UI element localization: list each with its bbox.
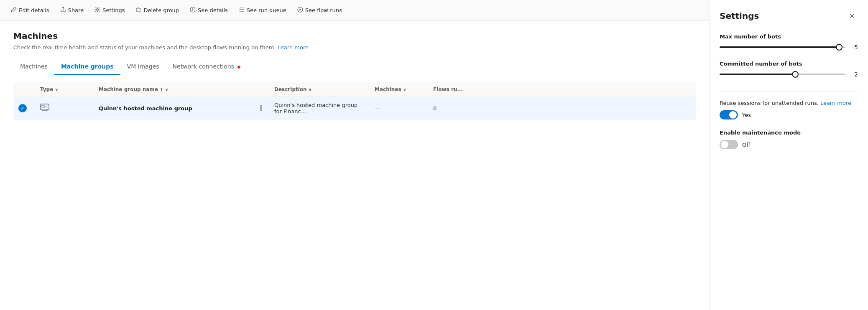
row-name-cell[interactable]: Quinn's hosted machine group <box>94 100 253 117</box>
see-run-queue-button[interactable]: See run queue <box>235 4 291 16</box>
committed-bots-fill <box>720 74 795 75</box>
edit-details-label: Edit details <box>19 7 49 13</box>
delete-group-label: Delete group <box>143 7 179 13</box>
committed-bots-thumb[interactable] <box>792 71 799 78</box>
max-bots-value: 5 <box>850 44 858 51</box>
tab-machines[interactable]: Machines <box>13 59 54 75</box>
committed-bots-track[interactable] <box>720 74 845 75</box>
page-subtitle: Check the real-time health and status of… <box>13 44 696 51</box>
page-title: Machines <box>13 31 696 41</box>
type-sort-icon: ∨ <box>55 87 58 92</box>
name-sort-icon: ↑ <box>160 87 163 92</box>
see-flow-runs-label: See flow runs <box>305 7 342 13</box>
row-select-cell[interactable]: ✓ <box>13 99 35 117</box>
see-details-label: See details <box>198 7 228 13</box>
settings-label: Settings <box>102 7 125 13</box>
maintenance-section: Enable maintenance mode Off <box>720 130 858 149</box>
subtitle-text: Check the real-time health and status of… <box>13 44 276 51</box>
col-machines[interactable]: Machines ∨ <box>370 82 428 97</box>
delete-group-button[interactable]: Delete group <box>131 4 183 16</box>
machine-group-type-icon <box>40 104 49 113</box>
col-flows: Flows ru... <box>428 82 478 97</box>
settings-button[interactable]: Settings <box>90 4 129 16</box>
maintenance-toggle-row: Off <box>720 140 858 149</box>
share-button[interactable]: Share <box>56 4 88 16</box>
max-bots-section: Max number of bots 5 <box>720 33 858 51</box>
col-description[interactable]: Description ∨ <box>269 82 370 97</box>
tab-network-connections[interactable]: Network connections <box>166 59 248 75</box>
col-more <box>253 82 269 97</box>
main-content: Edit details Share Settings <box>0 0 709 310</box>
name-sort-down-icon: ∨ <box>165 87 168 92</box>
reuse-sessions-toggle[interactable] <box>720 110 738 119</box>
max-bots-track[interactable] <box>720 46 845 48</box>
see-details-button[interactable]: See details <box>186 4 232 16</box>
col-select <box>13 82 35 97</box>
row-flows-cell: 0 <box>428 100 478 117</box>
see-flow-runs-button[interactable]: See flow runs <box>293 4 346 16</box>
delete-icon <box>135 7 141 14</box>
row-description-cell: Quinn's hosted machine group for Financ.… <box>269 97 370 119</box>
svg-rect-5 <box>42 105 44 107</box>
max-bots-slider-container: 5 <box>720 44 858 51</box>
reuse-sessions-learn-more-link[interactable]: Learn more <box>820 100 851 106</box>
reuse-sessions-label: Reuse sessions for unattended runs. <box>720 100 819 106</box>
row-more-button[interactable]: ⋮ <box>258 103 264 113</box>
maintenance-toggle[interactable] <box>720 140 738 149</box>
tab-machine-groups[interactable]: Machine groups <box>54 59 120 75</box>
maintenance-label: Enable maintenance mode <box>720 130 858 136</box>
committed-bots-section: Committed number of bots 2 <box>720 61 858 78</box>
max-bots-fill <box>720 46 839 48</box>
row-checked-icon: ✓ <box>18 104 27 112</box>
desc-sort-icon: ∨ <box>309 87 312 92</box>
network-connections-dot <box>237 66 240 69</box>
committed-bots-label: Committed number of bots <box>720 61 858 67</box>
maintenance-toggle-label: Off <box>742 142 750 148</box>
settings-close-button[interactable]: ✕ <box>846 10 858 22</box>
list-icon <box>239 7 245 14</box>
settings-title: Settings <box>720 11 759 21</box>
tabs: Machines Machine groups VM images Networ… <box>13 59 696 75</box>
edit-icon <box>11 7 17 14</box>
settings-header: Settings ✕ <box>720 10 858 22</box>
share-label: Share <box>68 7 84 13</box>
committed-bots-value: 2 <box>850 71 858 78</box>
share-icon <box>60 7 66 14</box>
machines-sort-icon: ∨ <box>403 87 406 92</box>
see-run-queue-label: See run queue <box>247 7 286 13</box>
edit-details-button[interactable]: Edit details <box>7 4 54 16</box>
maintenance-toggle-knob <box>721 141 728 148</box>
table-area: Type ∨ Machine group name ↑ ∨ Descriptio… <box>13 82 696 120</box>
toolbar: Edit details Share Settings <box>0 0 709 21</box>
setting-divider <box>720 91 858 91</box>
info-icon <box>190 7 196 14</box>
reuse-sessions-toggle-label: Yes <box>742 112 751 118</box>
row-machines-cell: — <box>370 100 428 117</box>
reuse-sessions-toggle-knob <box>729 111 737 119</box>
settings-panel: Settings ✕ Max number of bots 5 Committe… <box>709 0 868 310</box>
table-row[interactable]: ✓ Quinn's hosted machine group <box>13 97 696 120</box>
reuse-sessions-section: Reuse sessions for unattended runs. Lear… <box>720 100 858 119</box>
page-body: Machines Check the real-time health and … <box>0 21 709 310</box>
row-more-cell[interactable]: ⋮ <box>253 98 269 118</box>
reuse-sessions-row: Reuse sessions for unattended runs. Lear… <box>720 100 858 106</box>
play-icon <box>297 7 303 14</box>
tab-vm-images[interactable]: VM images <box>120 59 166 75</box>
row-type-cell <box>35 99 94 118</box>
svg-point-0 <box>97 9 99 11</box>
col-type[interactable]: Type ∨ <box>35 82 94 97</box>
committed-bots-slider-container: 2 <box>720 71 858 78</box>
settings-icon <box>94 7 100 14</box>
reuse-sessions-toggle-row: Yes <box>720 110 858 119</box>
col-name[interactable]: Machine group name ↑ ∨ <box>94 82 253 97</box>
max-bots-label: Max number of bots <box>720 33 858 40</box>
learn-more-link[interactable]: Learn more <box>278 44 309 51</box>
max-bots-thumb[interactable] <box>836 44 842 51</box>
table-header: Type ∨ Machine group name ↑ ∨ Descriptio… <box>13 82 696 97</box>
